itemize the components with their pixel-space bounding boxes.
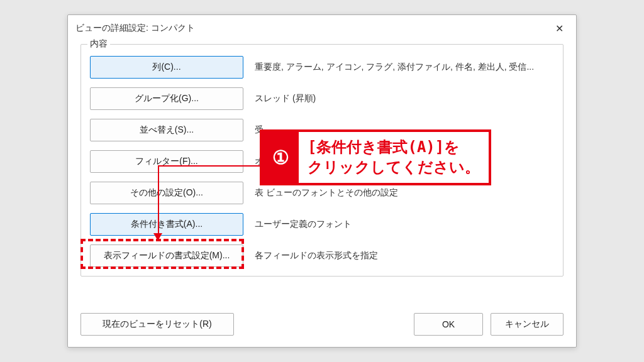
fieldset-legend: 内容 bbox=[87, 38, 110, 50]
cancel-button[interactable]: キャンセル bbox=[491, 313, 564, 336]
close-icon[interactable]: ✕ bbox=[548, 20, 570, 36]
columns-desc: 重要度, アラーム, アイコン, フラグ, 添付ファイル, 件名, 差出人, 受… bbox=[255, 62, 554, 73]
row-format-columns: 表示フィールドの書式設定(M)... 各フィールドの表示形式を指定 bbox=[90, 244, 554, 267]
row-groupby: グループ化(G)... スレッド (昇順) bbox=[90, 87, 554, 110]
row-conditional-formatting: 条件付き書式(A)... ユーザー定義のフォント bbox=[90, 213, 554, 236]
row-columns: 列(C)... 重要度, アラーム, アイコン, フラグ, 添付ファイル, 件名… bbox=[90, 56, 554, 79]
settings-rows: 列(C)... 重要度, アラーム, アイコン, フラグ, 添付ファイル, 件名… bbox=[81, 45, 563, 276]
ok-button[interactable]: OK bbox=[414, 313, 483, 336]
conditional-formatting-button[interactable]: 条件付き書式(A)... bbox=[90, 213, 243, 236]
row-sort: 並べ替え(S)... 受 bbox=[90, 119, 554, 141]
groupby-desc: スレッド (昇順) bbox=[255, 93, 554, 104]
sort-desc: 受 bbox=[255, 124, 554, 136]
other-settings-button[interactable]: その他の設定(O)... bbox=[90, 182, 243, 204]
content-fieldset: 内容 列(C)... 重要度, アラーム, アイコン, フラグ, 添付ファイル,… bbox=[80, 44, 564, 277]
dialog-buttons: 現在のビューをリセット(R) OK キャンセル bbox=[80, 313, 564, 336]
format-columns-desc: 各フィールドの表示形式を指定 bbox=[255, 250, 554, 261]
title-bar: ビューの詳細設定: コンパクト ✕ bbox=[68, 15, 576, 40]
reset-view-button[interactable]: 現在のビューをリセット(R) bbox=[80, 313, 234, 336]
conditional-formatting-desc: ユーザー定義のフォント bbox=[255, 219, 554, 230]
filter-desc: オフ bbox=[255, 156, 554, 167]
dialog-title: ビューの詳細設定: コンパクト bbox=[75, 23, 195, 34]
row-filter: フィルター(F)... オフ bbox=[90, 150, 554, 173]
row-other: その他の設定(O)... 表 ビューのフォントとその他の設定 bbox=[90, 182, 554, 204]
format-columns-button[interactable]: 表示フィールドの書式設定(M)... bbox=[90, 244, 243, 267]
columns-button[interactable]: 列(C)... bbox=[90, 56, 243, 79]
filter-button[interactable]: フィルター(F)... bbox=[90, 150, 243, 173]
other-settings-desc: 表 ビューのフォントとその他の設定 bbox=[255, 187, 554, 199]
advanced-view-settings-dialog: ビューの詳細設定: コンパクト ✕ 内容 列(C)... 重要度, アラーム, … bbox=[67, 14, 577, 348]
sort-button[interactable]: 並べ替え(S)... bbox=[90, 119, 243, 141]
groupby-button[interactable]: グループ化(G)... bbox=[90, 87, 243, 110]
